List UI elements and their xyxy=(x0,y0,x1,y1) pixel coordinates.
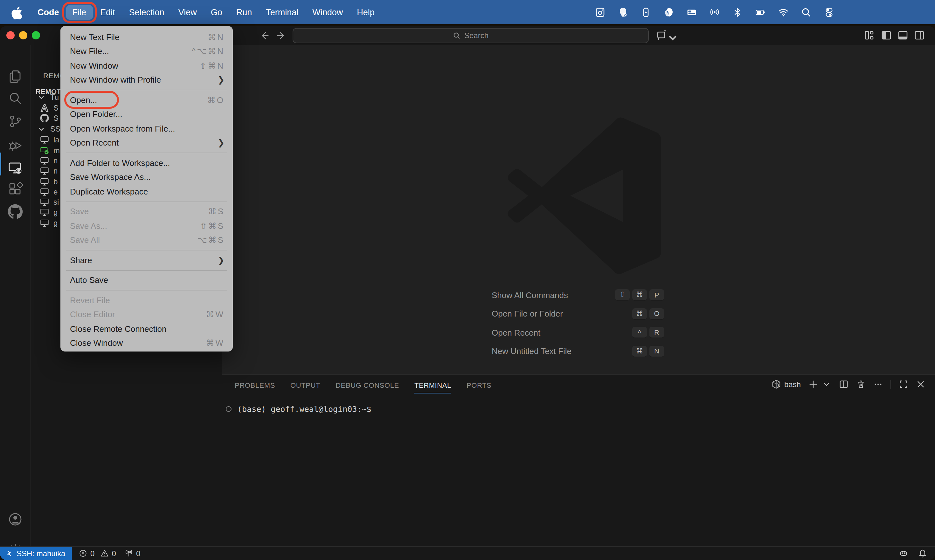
github-icon[interactable] xyxy=(8,204,23,219)
menubar-menu-go[interactable]: Go xyxy=(205,5,229,19)
menu-item-open[interactable]: Open...⌘O xyxy=(60,93,233,107)
run-debug-icon[interactable] xyxy=(8,138,23,153)
tree-item[interactable]: n xyxy=(40,156,57,166)
shield-check-icon[interactable] xyxy=(618,7,628,17)
menu-item-share[interactable]: Share❯ xyxy=(60,253,233,267)
menubar-menu-window[interactable]: Window xyxy=(306,5,349,19)
tree-item[interactable]: g xyxy=(40,218,57,228)
menu-item-new-text-file[interactable]: New Text File⌘N xyxy=(60,30,233,44)
remote-indicator[interactable]: SSH: mahuika xyxy=(0,547,72,560)
menubar-menu-run[interactable]: Run xyxy=(230,5,259,19)
tree-item[interactable]: b xyxy=(40,176,57,186)
tree-item[interactable]: Tu xyxy=(37,92,59,102)
menubar-menu-file[interactable]: File xyxy=(66,5,93,19)
ports-status[interactable]: 0 xyxy=(125,547,140,560)
submenu-chevron-icon: ❯ xyxy=(218,255,225,265)
menubar-menu-terminal[interactable]: Terminal xyxy=(259,5,305,19)
menu-item-duplicate-workspace[interactable]: Duplicate Workspace xyxy=(60,184,233,198)
close-panel-icon[interactable] xyxy=(916,380,926,389)
menu-item-label: New Text File xyxy=(70,32,208,42)
menu-item-open-recent[interactable]: Open Recent❯ xyxy=(60,136,233,150)
close-window-button[interactable] xyxy=(6,31,15,39)
tree-item[interactable]: SS xyxy=(37,124,60,134)
menu-item-add-folder-to-workspace[interactable]: Add Folder to Workspace... xyxy=(60,156,233,170)
terminal-dropdown-chevron-icon[interactable] xyxy=(822,380,831,389)
menubar-menu-help[interactable]: Help xyxy=(350,5,381,19)
menu-item-new-file[interactable]: New File...^⌥⌘N xyxy=(60,44,233,58)
search-icon[interactable] xyxy=(8,91,23,106)
panel-tab-terminal[interactable]: TERMINAL xyxy=(414,382,451,389)
back-arrow-icon[interactable] xyxy=(256,28,272,43)
minimize-window-button[interactable] xyxy=(19,31,27,39)
keybinding-key: ⇧ xyxy=(615,289,630,301)
problems-status[interactable]: 0 0 xyxy=(79,547,116,560)
tree-item-label: S xyxy=(53,114,59,123)
toggle-panel-icon[interactable] xyxy=(898,30,908,41)
menu-item-open-workspace-from-file[interactable]: Open Workspace from File... xyxy=(60,122,233,136)
tree-item[interactable]: S xyxy=(40,103,59,113)
panel-tab-debug-console[interactable]: DEBUG CONSOLE xyxy=(335,382,399,389)
menubar-menu-edit[interactable]: Edit xyxy=(94,5,122,19)
accounts-icon[interactable] xyxy=(8,512,23,527)
tree-item[interactable]: m xyxy=(40,145,60,155)
seashell-icon[interactable] xyxy=(663,7,674,17)
copilot-chat-icon[interactable] xyxy=(656,30,667,41)
tree-item[interactable]: S xyxy=(40,113,59,123)
menubar-app-name[interactable]: Code xyxy=(31,7,65,17)
menu-item-close-window[interactable]: Close Window⌘W xyxy=(60,336,233,350)
panel-tab-output[interactable]: OUTPUT xyxy=(290,382,320,389)
panel-tab-ports[interactable]: PORTS xyxy=(466,382,491,389)
terminal-instance[interactable]: $ bash xyxy=(771,380,801,389)
notifications-bell-icon[interactable] xyxy=(918,549,927,558)
extensions-icon[interactable] xyxy=(8,181,23,196)
menu-item-close-remote-connection[interactable]: Close Remote Connection xyxy=(60,322,233,336)
source-control-icon[interactable] xyxy=(8,114,23,129)
menu-item-revert-file: Revert File xyxy=(60,293,233,307)
terminal-content[interactable]: (base) geoff.weal@login03:~$ xyxy=(226,404,371,414)
toggle-secondary-sidebar-icon[interactable] xyxy=(914,30,925,41)
search-icon xyxy=(453,32,460,39)
menubar-menu-view[interactable]: View xyxy=(172,5,203,19)
menu-shortcut: ⌘W xyxy=(206,310,225,319)
spotlight-search-icon[interactable] xyxy=(801,7,812,17)
customize-layout-icon[interactable] xyxy=(864,30,875,41)
error-icon xyxy=(79,549,87,557)
menu-item-new-window[interactable]: New Window⇧⌘N xyxy=(60,58,233,73)
camera-app-icon[interactable] xyxy=(595,7,606,17)
menu-item-new-window-with-profile[interactable]: New Window with Profile❯ xyxy=(60,73,233,87)
split-terminal-icon[interactable] xyxy=(839,380,849,389)
tree-item[interactable]: g xyxy=(40,207,57,217)
shortcut-label: Show All Commands xyxy=(492,290,568,300)
kill-terminal-trash-icon[interactable] xyxy=(856,380,866,389)
maximize-panel-icon[interactable] xyxy=(899,380,908,389)
chevron-down-icon[interactable] xyxy=(667,32,678,43)
wifi-icon[interactable] xyxy=(778,7,789,17)
airdrop-icon[interactable] xyxy=(709,7,720,17)
bluetooth-icon[interactable] xyxy=(732,7,743,17)
welcome-shortcut-row: Show All Commands⇧⌘P xyxy=(492,289,664,301)
zoom-window-button[interactable] xyxy=(32,31,40,39)
tree-item[interactable]: si xyxy=(40,197,59,207)
new-terminal-icon[interactable] xyxy=(808,380,818,389)
menu-item-save-workspace-as[interactable]: Save Workspace As... xyxy=(60,170,233,184)
battery-icon[interactable] xyxy=(755,7,766,17)
menubar-menu-selection[interactable]: Selection xyxy=(123,5,171,19)
tree-item-label: Tu xyxy=(50,93,59,102)
more-actions-icon[interactable] xyxy=(873,380,883,389)
apple-menu-icon[interactable] xyxy=(11,6,22,18)
menu-item-open-folder[interactable]: Open Folder... xyxy=(60,107,233,122)
tree-item[interactable]: e xyxy=(40,186,57,197)
copilot-status-icon[interactable] xyxy=(899,549,908,558)
command-center-search[interactable]: Search xyxy=(293,28,649,43)
tree-item[interactable]: la xyxy=(40,135,59,145)
toggle-primary-sidebar-icon[interactable] xyxy=(881,30,892,41)
control-center-icon[interactable] xyxy=(824,7,835,17)
explorer-icon[interactable] xyxy=(8,69,23,84)
remote-explorer-icon[interactable] xyxy=(8,160,23,175)
tree-item[interactable]: n xyxy=(40,166,57,176)
forward-arrow-icon[interactable] xyxy=(274,28,289,43)
keyboard-icon[interactable] xyxy=(686,7,697,17)
menu-item-auto-save[interactable]: Auto Save xyxy=(60,273,233,287)
device-pill-icon[interactable] xyxy=(640,7,651,17)
panel-tab-problems[interactable]: PROBLEMS xyxy=(235,382,275,389)
